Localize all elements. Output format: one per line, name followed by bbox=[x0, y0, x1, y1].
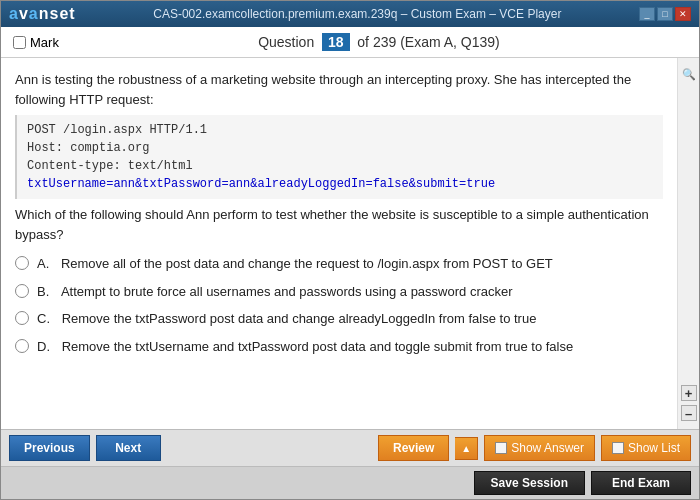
option-c-text: Remove the txtPassword post data and cha… bbox=[62, 309, 537, 329]
code-line-4: txtUsername=ann&txtPassword=ann&alreadyL… bbox=[27, 175, 653, 193]
option-d-label: D. bbox=[37, 337, 54, 357]
question-prompt: Which of the following should Ann perfor… bbox=[15, 205, 663, 244]
question-number-area: Question 18 of 239 (Exam A, Q139) bbox=[71, 33, 687, 51]
show-answer-checkbox bbox=[495, 442, 507, 454]
window-title: CAS-002.examcollection.premium.exam.239q… bbox=[76, 7, 639, 21]
show-list-checkbox bbox=[612, 442, 624, 454]
option-d[interactable]: D. Remove the txtUsername and txtPasswor… bbox=[15, 337, 663, 357]
option-b-label: B. bbox=[37, 282, 53, 302]
zoom-in-button[interactable]: + bbox=[681, 385, 697, 401]
option-c[interactable]: C. Remove the txtPassword post data and … bbox=[15, 309, 663, 329]
question-body: Ann is testing the robustness of a marke… bbox=[1, 58, 677, 429]
previous-button[interactable]: Previous bbox=[9, 435, 90, 461]
option-a-text: Remove all of the post data and change t… bbox=[61, 254, 553, 274]
code-block: POST /login.aspx HTTP/1.1 Host: comptia.… bbox=[15, 115, 663, 199]
window-controls: _ □ ✕ bbox=[639, 7, 691, 21]
bottom-toolbar: Previous Next Review ▲ Show Answer Show … bbox=[1, 429, 699, 466]
review-dropdown-button[interactable]: ▲ bbox=[455, 437, 478, 460]
show-answer-label: Show Answer bbox=[511, 441, 584, 455]
radio-c[interactable] bbox=[15, 311, 29, 325]
right-tools-panel: 🔍 + – bbox=[677, 58, 699, 429]
logo: avanset bbox=[9, 5, 76, 23]
radio-a[interactable] bbox=[15, 256, 29, 270]
mark-checkbox[interactable] bbox=[13, 36, 26, 49]
question-header: Mark Question 18 of 239 (Exam A, Q139) bbox=[1, 27, 699, 58]
show-list-label: Show List bbox=[628, 441, 680, 455]
code-line-1: POST /login.aspx HTTP/1.1 bbox=[27, 121, 653, 139]
answer-options: A. Remove all of the post data and chang… bbox=[15, 254, 663, 356]
option-d-text: Remove the txtUsername and txtPassword p… bbox=[62, 337, 574, 357]
title-bar: avanset CAS-002.examcollection.premium.e… bbox=[1, 1, 699, 27]
code-line-3: Content-type: text/html bbox=[27, 157, 653, 175]
option-a-label: A. bbox=[37, 254, 53, 274]
main-window: avanset CAS-002.examcollection.premium.e… bbox=[0, 0, 700, 500]
option-a[interactable]: A. Remove all of the post data and chang… bbox=[15, 254, 663, 274]
bottom-toolbar2: Save Session End Exam bbox=[1, 466, 699, 499]
review-button[interactable]: Review bbox=[378, 435, 449, 461]
end-exam-button[interactable]: End Exam bbox=[591, 471, 691, 495]
show-answer-button[interactable]: Show Answer bbox=[484, 435, 595, 461]
question-intro: Ann is testing the robustness of a marke… bbox=[15, 70, 663, 109]
content-area: Ann is testing the robustness of a marke… bbox=[1, 58, 699, 429]
mark-label: Mark bbox=[30, 35, 59, 50]
close-button[interactable]: ✕ bbox=[675, 7, 691, 21]
show-list-button[interactable]: Show List bbox=[601, 435, 691, 461]
question-total: of 239 (Exam A, Q139) bbox=[357, 34, 499, 50]
title-bar-left: avanset bbox=[9, 5, 76, 23]
radio-b[interactable] bbox=[15, 284, 29, 298]
next-button[interactable]: Next bbox=[96, 435, 161, 461]
question-label: Question bbox=[258, 34, 314, 50]
code-line-2: Host: comptia.org bbox=[27, 139, 653, 157]
option-b-text: Attempt to brute force all usernames and… bbox=[61, 282, 513, 302]
search-icon[interactable]: 🔍 bbox=[681, 66, 697, 82]
maximize-button[interactable]: □ bbox=[657, 7, 673, 21]
minimize-button[interactable]: _ bbox=[639, 7, 655, 21]
option-b[interactable]: B. Attempt to brute force all usernames … bbox=[15, 282, 663, 302]
radio-d[interactable] bbox=[15, 339, 29, 353]
save-session-button[interactable]: Save Session bbox=[474, 471, 585, 495]
zoom-out-button[interactable]: – bbox=[681, 405, 697, 421]
mark-area: Mark bbox=[13, 35, 59, 50]
question-number: 18 bbox=[322, 33, 350, 51]
option-c-label: C. bbox=[37, 309, 54, 329]
